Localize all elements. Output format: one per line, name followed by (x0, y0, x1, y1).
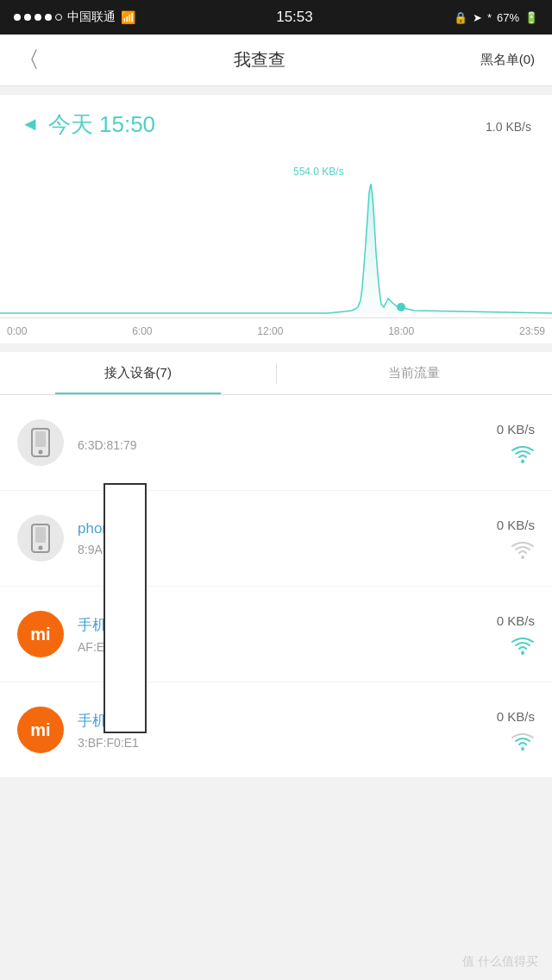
dot-4 (45, 14, 52, 21)
location-icon: ➤ (473, 11, 482, 24)
device-icon-1 (17, 419, 64, 466)
wifi-icon-1 (511, 445, 535, 464)
status-time: 15:53 (276, 9, 313, 26)
dot-1 (14, 14, 21, 21)
device-right-2: 0 KB/s (497, 518, 535, 560)
status-bar: 中国联通 📶 15:53 🔒 ➤ * 67% 🔋 (0, 0, 552, 35)
wifi-icon-4 (511, 732, 535, 751)
tab-connected-devices[interactable]: 接入设备(7) (0, 352, 276, 394)
date-arrow-icon[interactable]: ◄ (21, 113, 40, 135)
device-list: 6:3D:81:79 0 KB/s phone 8:9A:32:A3 (0, 395, 552, 777)
header-date: ◄ 今天 15:50 (21, 110, 155, 140)
svg-point-6 (39, 546, 43, 550)
chart-dot (397, 303, 405, 311)
chart-peak-label: 554.0 KB/s (293, 166, 344, 178)
nav-bar: 〈 我查查 黑名单(0) (0, 35, 552, 86)
tab-current-traffic[interactable]: 当前流量 (277, 352, 553, 394)
speed-unit: KB/s (503, 120, 531, 134)
mi-label-4: mi (30, 720, 50, 740)
phone-icon-1 (28, 428, 53, 457)
back-button[interactable]: 〈 (17, 45, 40, 75)
battery-icon: 🔋 (524, 11, 538, 24)
battery-label: 67% (497, 11, 519, 24)
device-right-4: 0 KB/s (497, 709, 535, 751)
speed-value: 1.0 (486, 120, 502, 134)
chart-xaxis: 0:00 6:00 12:00 18:00 23:59 (0, 317, 552, 343)
wifi-icon-2 (511, 541, 535, 560)
x-label-2: 12:00 (257, 325, 283, 337)
overlay-box (104, 483, 147, 733)
device-item-2[interactable]: phone 8:9A:32:A3 0 KB/s (0, 491, 552, 586)
device-icon-3: mi (17, 611, 64, 657)
dot-2 (24, 14, 31, 21)
svg-point-7 (521, 556, 524, 559)
device-item-4[interactable]: mi 手机 3:BF:F0:E1 0 KB/s (0, 682, 552, 777)
tab-connected-label: 接入设备(7) (104, 365, 172, 381)
page-title: 我查查 (234, 48, 285, 72)
device-speed-2: 0 KB/s (497, 518, 535, 532)
device-icon-2 (17, 515, 64, 562)
bluetooth-icon: * (487, 11, 492, 24)
device-right-1: 0 KB/s (497, 422, 535, 464)
device-info-1: 6:3D:81:79 (78, 433, 483, 452)
signal-dots (14, 14, 62, 21)
svg-point-9 (521, 747, 524, 751)
mi-label-3: mi (30, 625, 50, 644)
svg-rect-5 (35, 527, 46, 543)
current-speed: 1.0 KB/s (486, 112, 531, 136)
wifi-icon: 📶 (121, 10, 135, 24)
device-item-1[interactable]: 6:3D:81:79 0 KB/s (0, 395, 552, 490)
chart-section: 554.0 KB/s 0:00 6:00 12:00 18:00 23:59 (0, 154, 552, 343)
chart-svg (0, 179, 552, 317)
dot-3 (34, 14, 41, 21)
header-section: ◄ 今天 15:50 1.0 KB/s (0, 95, 552, 154)
status-right: 🔒 ➤ * 67% 🔋 (454, 11, 538, 24)
x-label-1: 6:00 (132, 325, 152, 337)
device-speed-4: 0 KB/s (497, 709, 535, 724)
lock-icon: 🔒 (454, 11, 467, 24)
device-icon-4: mi (17, 707, 64, 753)
device-item-3[interactable]: mi 手机 AF:EA:37:50 0 KB/s (0, 587, 552, 682)
tabs-section: 接入设备(7) 当前流量 (0, 352, 552, 395)
carrier-label: 中国联通 (67, 9, 116, 25)
svg-rect-1 (35, 431, 46, 447)
x-label-3: 18:00 (388, 325, 414, 337)
wifi-icon-3 (511, 637, 535, 656)
blacklist-button[interactable]: 黑名单(0) (480, 52, 535, 68)
device-right-3: 0 KB/s (497, 613, 535, 656)
device-speed-1: 0 KB/s (497, 422, 535, 437)
dot-5 (55, 14, 62, 21)
watermark: 值 什么值得买 (462, 954, 538, 970)
x-label-4: 23:59 (519, 325, 545, 337)
device-mac-4: 3:BF:F0:E1 (78, 736, 483, 750)
date-label: 今天 15:50 (48, 110, 155, 140)
phone-icon-2 (28, 524, 53, 553)
svg-point-3 (521, 460, 524, 463)
svg-point-8 (521, 651, 524, 655)
x-label-0: 0:00 (7, 325, 27, 337)
device-speed-3: 0 KB/s (497, 613, 535, 628)
svg-point-2 (39, 450, 43, 455)
device-mac-1: 6:3D:81:79 (78, 438, 483, 452)
tab-traffic-label: 当前流量 (388, 365, 440, 381)
status-left: 中国联通 📶 (14, 9, 135, 25)
